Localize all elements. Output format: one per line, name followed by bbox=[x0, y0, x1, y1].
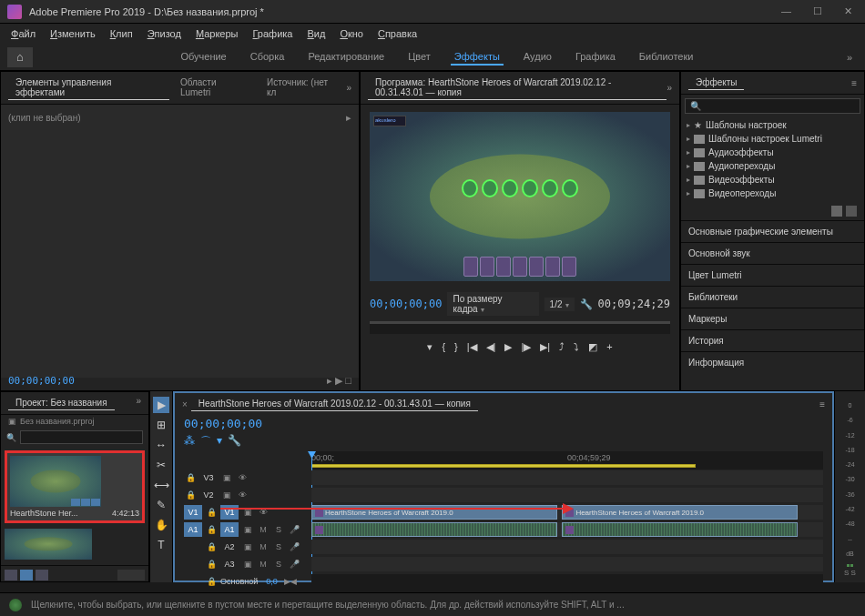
eye-icon[interactable]: 👁 bbox=[236, 489, 249, 501]
effects-folder-presets[interactable]: ▸★Шаблоны настроек bbox=[687, 118, 859, 132]
panel-menu-icon[interactable]: ≡ bbox=[851, 78, 857, 88]
extract-icon[interactable]: ⤵ bbox=[574, 341, 579, 353]
effects-folder-video-transitions[interactable]: ▸Видеопереходы bbox=[687, 187, 859, 200]
program-viewport[interactable]: akuslero bbox=[370, 112, 670, 281]
project-clip-highlighted[interactable]: HearthStone Her... 4:42:13 bbox=[5, 450, 145, 523]
mark-out-icon[interactable]: } bbox=[454, 341, 458, 353]
lock-icon[interactable]: 🔒 bbox=[205, 540, 218, 553]
delete-icon[interactable] bbox=[846, 206, 857, 217]
timeline-ruler[interactable]: 00;00; 00;04;59;29 bbox=[311, 451, 823, 470]
effects-folder-lumetri-presets[interactable]: ▸Шаблоны настроек Lumetri bbox=[687, 132, 859, 146]
close-sequence-icon[interactable]: × bbox=[182, 399, 188, 409]
workspace-tab-graphics[interactable]: Графика bbox=[572, 49, 619, 66]
solo-icon[interactable]: S bbox=[272, 540, 285, 553]
button-editor-icon[interactable]: + bbox=[606, 341, 612, 353]
type-tool[interactable]: T bbox=[153, 537, 169, 553]
lock-icon[interactable]: 🔒 bbox=[205, 558, 218, 571]
close-button[interactable]: ✕ bbox=[839, 5, 858, 17]
tab-source[interactable]: Источник: (нет кл bbox=[260, 76, 346, 100]
effects-folder-audio-effects[interactable]: ▸Аудиоэффекты bbox=[687, 146, 859, 159]
add-marker-icon[interactable]: ▾ bbox=[427, 341, 432, 353]
export-frame-icon[interactable]: ◩ bbox=[588, 341, 597, 353]
ripple-edit-tool[interactable]: ↔ bbox=[153, 437, 169, 453]
track-label-a1[interactable]: A1 bbox=[220, 522, 239, 537]
workspace-tab-editing[interactable]: Редактирование bbox=[304, 49, 388, 66]
go-to-out-icon[interactable]: ▶| bbox=[540, 341, 550, 353]
snap-icon[interactable]: ⁂ bbox=[184, 434, 195, 449]
playhead-toggle-icon[interactable]: ▸ bbox=[346, 112, 351, 124]
panel-overflow-button[interactable]: » bbox=[346, 83, 351, 93]
voice-icon[interactable]: 🎤 bbox=[288, 540, 300, 553]
solo-icon[interactable]: S bbox=[272, 558, 285, 571]
step-forward-icon[interactable]: |▶ bbox=[521, 341, 531, 353]
mark-in-icon[interactable]: { bbox=[442, 341, 445, 353]
hand-tool[interactable]: ✋ bbox=[153, 517, 169, 533]
workspace-tab-color[interactable]: Цвет bbox=[404, 49, 434, 66]
lift-icon[interactable]: ⤴ bbox=[559, 341, 565, 353]
pen-tool[interactable]: ✎ bbox=[153, 497, 169, 513]
lock-icon[interactable]: 🔒 bbox=[205, 506, 218, 519]
tab-effects-controls[interactable]: Элементы управления эффектами bbox=[8, 76, 169, 100]
panel-menu-icon[interactable]: ≡ bbox=[819, 399, 825, 409]
workspace-tab-assembly[interactable]: Сборка bbox=[247, 49, 289, 66]
menu-markers[interactable]: Маркеры bbox=[188, 26, 246, 41]
settings-icon[interactable]: 🔧 bbox=[228, 434, 241, 449]
audio-clip-1[interactable] bbox=[311, 522, 557, 537]
workspace-tab-libraries[interactable]: Библиотеки bbox=[636, 49, 697, 66]
razor-tool[interactable]: ✂ bbox=[153, 457, 169, 473]
effects-panel-title[interactable]: Эффекты bbox=[688, 76, 744, 90]
source-v1[interactable]: V1 bbox=[184, 505, 202, 520]
program-scrubber[interactable] bbox=[370, 321, 670, 334]
mute-icon[interactable]: M bbox=[257, 540, 270, 553]
go-to-in-icon[interactable]: |◀ bbox=[467, 341, 477, 353]
menu-window[interactable]: Окно bbox=[332, 26, 371, 41]
master-value[interactable]: 0,0 bbox=[266, 577, 278, 586]
ec-nav-icon[interactable]: ▸ ▶ □ bbox=[327, 375, 351, 387]
zoom-fit-dropdown[interactable]: По размеру кадра bbox=[447, 292, 538, 316]
menu-view[interactable]: Вид bbox=[300, 26, 332, 41]
settings-icon[interactable]: 🔧 bbox=[580, 298, 593, 310]
project-search-input[interactable] bbox=[20, 430, 143, 444]
new-bin-icon[interactable] bbox=[831, 206, 842, 217]
target-icon[interactable]: ▣ bbox=[220, 471, 233, 484]
mute-icon[interactable]: M bbox=[257, 558, 270, 571]
home-button[interactable]: ⌂ bbox=[7, 47, 33, 67]
minimize-button[interactable]: — bbox=[776, 5, 797, 17]
menu-sequence[interactable]: Эпизод bbox=[140, 26, 188, 41]
track-label-v3[interactable]: V3 bbox=[199, 470, 218, 485]
panel-info[interactable]: Информация bbox=[681, 351, 864, 373]
panel-essential-sound[interactable]: Основной звук bbox=[681, 242, 864, 264]
program-timecode-current[interactable]: 00;00;00;00 bbox=[370, 298, 442, 310]
marker-icon[interactable]: ▾ bbox=[217, 434, 222, 449]
play-icon[interactable]: ▶ bbox=[504, 341, 512, 353]
lock-icon[interactable]: 🔒 bbox=[205, 523, 218, 536]
track-label-a3[interactable]: A3 bbox=[220, 557, 239, 571]
lock-icon[interactable]: 🔒 bbox=[184, 489, 197, 501]
lock-icon[interactable]: 🔒 bbox=[184, 471, 197, 484]
list-view-icon[interactable] bbox=[5, 570, 17, 581]
panel-history[interactable]: История bbox=[681, 329, 864, 351]
track-select-tool[interactable]: ⊞ bbox=[153, 417, 169, 433]
menu-graphics[interactable]: Графика bbox=[246, 26, 300, 41]
track-label-v2[interactable]: V2 bbox=[199, 488, 218, 502]
solo-icon[interactable]: S bbox=[272, 523, 285, 536]
panel-lumetri-color[interactable]: Цвет Lumetri bbox=[681, 264, 864, 286]
icon-view-icon[interactable] bbox=[20, 570, 33, 581]
menu-file[interactable]: Файл bbox=[4, 26, 43, 41]
panel-essential-graphics[interactable]: Основные графические элементы bbox=[681, 220, 864, 242]
freeform-view-icon[interactable] bbox=[36, 570, 48, 581]
menu-edit[interactable]: Изменить bbox=[43, 26, 103, 41]
timeline-timecode[interactable]: 00;00;00;00 bbox=[184, 417, 262, 430]
project-overflow-button[interactable]: » bbox=[136, 396, 141, 410]
workspace-overflow-button[interactable]: » bbox=[841, 52, 858, 63]
track-label-a2[interactable]: A2 bbox=[220, 540, 239, 554]
target-icon[interactable]: ▣ bbox=[241, 523, 254, 536]
menu-clip[interactable]: Клип bbox=[103, 26, 140, 41]
zoom-slider-icon[interactable] bbox=[117, 570, 145, 581]
maximize-button[interactable]: ☐ bbox=[808, 5, 828, 17]
panel-markers[interactable]: Маркеры bbox=[681, 308, 864, 329]
panel-overflow-button[interactable]: » bbox=[667, 83, 672, 93]
linked-selection-icon[interactable]: ⌒ bbox=[200, 434, 211, 449]
workspace-tab-effects[interactable]: Эффекты bbox=[451, 49, 504, 66]
voice-icon[interactable]: 🎤 bbox=[288, 558, 300, 571]
